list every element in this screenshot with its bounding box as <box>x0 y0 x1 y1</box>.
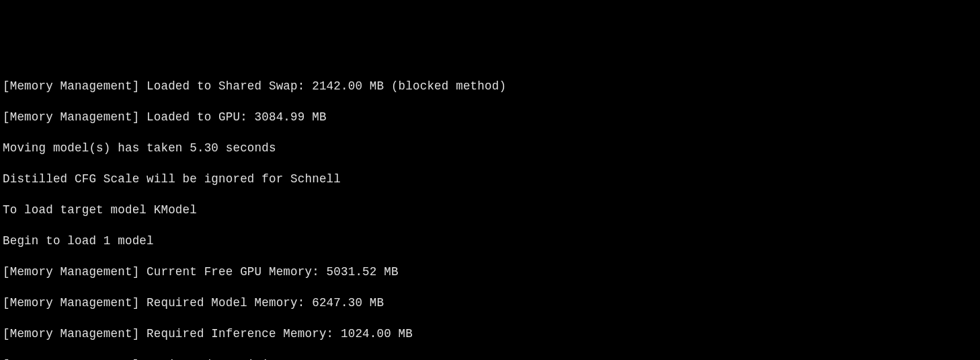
log-line: [Memory Management] Loaded to Shared Swa… <box>3 79 977 94</box>
log-line: [Memory Management] Current Free GPU Mem… <box>3 264 977 280</box>
terminal-output: [Memory Management] Loaded to Shared Swa… <box>0 62 980 360</box>
log-line: [Memory Management] Loaded to GPU: 3084.… <box>3 110 977 125</box>
log-line: [Memory Management] Estimated Remaining … <box>3 357 977 360</box>
log-line: Distilled CFG Scale will be ignored for … <box>3 172 977 187</box>
log-line: Moving model(s) has taken 5.30 seconds <box>3 141 977 156</box>
log-line: [Memory Management] Required Inference M… <box>3 326 977 342</box>
log-line: [Memory Management] Required Model Memor… <box>3 295 977 311</box>
log-line: To load target model KModel <box>3 203 977 218</box>
log-line: Begin to load 1 model <box>3 233 977 249</box>
